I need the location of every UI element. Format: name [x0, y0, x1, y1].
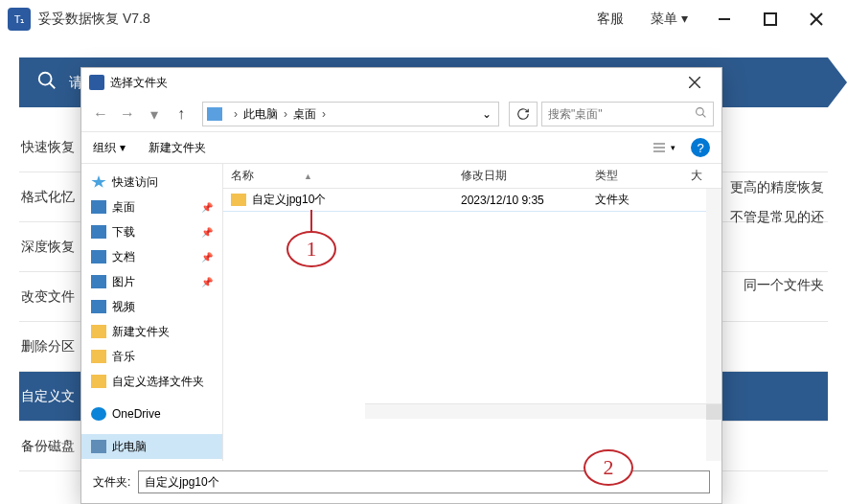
picture-icon [91, 275, 106, 288]
nav-back-button[interactable]: ← [89, 103, 112, 126]
svg-line-5 [50, 83, 56, 89]
column-size[interactable]: 大 [691, 168, 721, 184]
breadcrumb-this-pc[interactable]: 此电脑 [243, 106, 278, 123]
onedrive-icon [91, 407, 106, 421]
svg-point-4 [39, 73, 52, 85]
folder-picker-dialog: 选择文件夹 ← → ▾ ↑ › 此电脑 › 桌面 › ⌄ 组织 ▾ 新 [80, 67, 722, 504]
pc-icon [207, 107, 222, 121]
organize-dropdown[interactable]: 组织 ▾ [93, 140, 126, 156]
nav-up-button[interactable]: ↑ [170, 103, 193, 126]
search-input[interactable] [548, 107, 695, 121]
file-type: 文件夹 [595, 192, 691, 208]
file-list: 自定义jpg10个 2023/12/10 9:35 文件夹 [223, 189, 721, 461]
nav-forward-button[interactable]: → [116, 103, 139, 126]
svg-point-8 [697, 108, 704, 116]
sidebar-item-music[interactable]: 音乐 [81, 344, 222, 369]
refresh-button[interactable] [509, 102, 538, 126]
svg-rect-1 [765, 13, 776, 25]
column-name[interactable]: 名称▲ [231, 168, 461, 184]
pc-icon [91, 440, 106, 453]
titlebar: T₁ 妥妥数据恢复 V7.8 客服 菜单 ▾ [0, 0, 847, 38]
file-row[interactable]: 自定义jpg10个 2023/12/10 9:35 文件夹 [223, 189, 721, 212]
maximize-button[interactable] [747, 0, 793, 38]
app-title: 妥妥数据恢复 V7.8 [38, 11, 150, 28]
folder-input[interactable] [138, 470, 710, 493]
search-box[interactable] [541, 102, 714, 126]
dialog-sidebar: 快速访问 桌面📌 下载📌 文档📌 图片📌 视频 新建文件夹 音乐 自定义选择文件… [81, 164, 223, 461]
chevron-right-icon: › [234, 107, 238, 121]
column-date[interactable]: 修改日期 [461, 168, 595, 184]
dialog-title: 选择文件夹 [110, 75, 168, 91]
dialog-footer: 文件夹: [81, 461, 721, 503]
sidebar-item-desktop[interactable]: 桌面📌 [81, 195, 222, 219]
app-icon: T₁ [8, 8, 31, 31]
sidebar-item-downloads[interactable]: 下载📌 [81, 219, 222, 244]
sidebar-item-videos[interactable]: 视频 [81, 294, 222, 319]
chevron-down-icon: ▾ [671, 143, 675, 152]
pin-icon: 📌 [201, 252, 213, 263]
minimize-button[interactable] [701, 0, 747, 38]
column-headers: 名称▲ 修改日期 类型 大 [223, 164, 721, 189]
sort-indicator-icon: ▲ [304, 172, 312, 181]
file-date: 2023/12/10 9:35 [461, 194, 595, 207]
dialog-nav: ← → ▾ ↑ › 此电脑 › 桌面 › ⌄ [81, 97, 721, 131]
dialog-titlebar: 选择文件夹 [81, 68, 721, 97]
svg-line-9 [702, 114, 705, 117]
star-icon [91, 175, 106, 189]
document-icon [91, 250, 106, 263]
music-icon [91, 350, 106, 363]
help-button[interactable]: ? [691, 138, 710, 157]
right-hints: 更高的精度恢复 不管是常见的还 同一个文件夹 [730, 172, 824, 299]
file-name: 自定义jpg10个 [252, 192, 326, 208]
folder-icon [91, 375, 106, 388]
search-icon [695, 106, 707, 122]
folder-label: 文件夹: [93, 474, 130, 491]
chevron-down-icon: ▾ [681, 11, 688, 26]
chevron-down-icon: ▾ [120, 141, 126, 154]
download-icon [91, 225, 106, 239]
address-dropdown-button[interactable]: ⌄ [479, 107, 494, 121]
pin-icon: 📌 [201, 227, 213, 238]
close-button[interactable] [793, 0, 839, 38]
column-type[interactable]: 类型 [595, 168, 691, 184]
nav-recent-dropdown[interactable]: ▾ [143, 103, 166, 126]
desktop-icon [91, 200, 106, 214]
address-bar[interactable]: › 此电脑 › 桌面 › ⌄ [202, 102, 499, 126]
folder-icon [91, 325, 106, 338]
folder-icon [231, 194, 246, 206]
breadcrumb-desktop[interactable]: 桌面 [293, 106, 316, 123]
new-folder-button[interactable]: 新建文件夹 [149, 140, 206, 156]
customer-service-link[interactable]: 客服 [597, 11, 624, 28]
sidebar-item-custom-folder[interactable]: 自定义选择文件夹 [81, 369, 222, 394]
sidebar-item-documents[interactable]: 文档📌 [81, 244, 222, 269]
chevron-right-icon: › [284, 107, 287, 121]
pin-icon: 📌 [201, 277, 213, 287]
chevron-right-icon: › [322, 107, 326, 121]
dialog-content: 名称▲ 修改日期 类型 大 自定义jpg10个 2023/12/10 9:35 … [223, 164, 721, 461]
vertical-scrollbar[interactable] [706, 189, 721, 461]
sidebar-item-new-folder[interactable]: 新建文件夹 [81, 319, 222, 344]
horizontal-scrollbar[interactable] [365, 403, 721, 419]
sidebar-quick-access[interactable]: 快速访问 [81, 170, 222, 195]
sidebar-this-pc[interactable]: 此电脑 [81, 434, 222, 459]
menu-link[interactable]: 菜单 ▾ [651, 11, 688, 28]
dialog-toolbar: 组织 ▾ 新建文件夹 ▾ ? [81, 131, 721, 164]
dialog-icon [89, 75, 104, 90]
sidebar-item-pictures[interactable]: 图片📌 [81, 269, 222, 294]
search-icon [36, 70, 57, 95]
sidebar-onedrive[interactable]: OneDrive [81, 401, 222, 426]
video-icon [91, 300, 106, 313]
dialog-close-button[interactable] [675, 68, 714, 97]
pin-icon: 📌 [201, 202, 213, 213]
view-options-button[interactable]: ▾ [647, 136, 681, 159]
